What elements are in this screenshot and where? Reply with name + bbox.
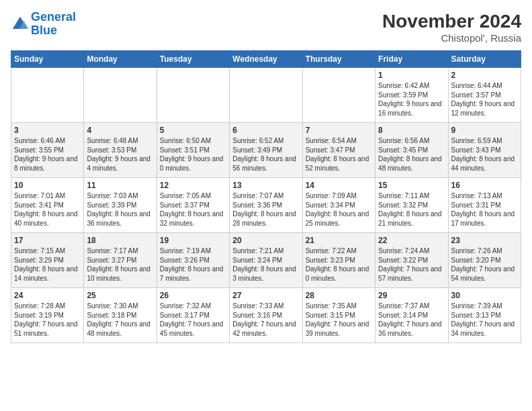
col-saturday: Saturday — [448, 51, 521, 68]
day-number: 10 — [14, 181, 81, 190]
col-friday: Friday — [375, 51, 448, 68]
cell-info: Sunrise: 7:21 AM Sunset: 3:24 PM Dayligh… — [232, 246, 299, 283]
calendar-week-5: 24Sunrise: 7:28 AM Sunset: 3:19 PM Dayli… — [11, 288, 521, 343]
day-number: 4 — [87, 126, 153, 135]
calendar-cell: 5Sunrise: 6:50 AM Sunset: 3:51 PM Daylig… — [157, 123, 229, 178]
col-monday: Monday — [84, 51, 157, 68]
calendar-cell: 14Sunrise: 7:09 AM Sunset: 3:34 PM Dayli… — [302, 178, 375, 233]
day-number: 20 — [232, 236, 299, 245]
cell-info: Sunrise: 6:48 AM Sunset: 3:53 PM Dayligh… — [87, 136, 153, 173]
cell-info: Sunrise: 6:50 AM Sunset: 3:51 PM Dayligh… — [160, 136, 226, 173]
title-block: November 2024 Chistopol', Russia — [382, 11, 521, 44]
calendar-cell: 19Sunrise: 7:19 AM Sunset: 3:26 PM Dayli… — [157, 233, 229, 288]
day-number: 9 — [451, 126, 518, 135]
cell-info: Sunrise: 6:52 AM Sunset: 3:49 PM Dayligh… — [232, 136, 299, 173]
cell-info: Sunrise: 7:22 AM Sunset: 3:23 PM Dayligh… — [306, 246, 372, 283]
cell-info: Sunrise: 7:17 AM Sunset: 3:27 PM Dayligh… — [87, 246, 153, 283]
cell-info: Sunrise: 7:28 AM Sunset: 3:19 PM Dayligh… — [14, 302, 81, 338]
cell-info: Sunrise: 7:39 AM Sunset: 3:13 PM Dayligh… — [451, 302, 518, 338]
day-number: 29 — [378, 291, 445, 300]
location: Chistopol', Russia — [382, 32, 521, 44]
calendar-cell: 8Sunrise: 6:56 AM Sunset: 3:45 PM Daylig… — [375, 123, 448, 178]
day-number: 26 — [160, 291, 226, 300]
day-number: 7 — [306, 126, 372, 135]
calendar-cell: 7Sunrise: 6:54 AM Sunset: 3:47 PM Daylig… — [302, 123, 375, 178]
calendar-cell: 1Sunrise: 6:42 AM Sunset: 3:59 PM Daylig… — [375, 68, 448, 123]
calendar-cell: 13Sunrise: 7:07 AM Sunset: 3:36 PM Dayli… — [230, 178, 302, 233]
day-number: 15 — [378, 181, 445, 190]
day-number: 21 — [306, 236, 372, 245]
col-wednesday: Wednesday — [230, 51, 302, 68]
logo: General Blue — [11, 11, 76, 38]
day-number: 12 — [160, 181, 226, 190]
cell-info: Sunrise: 6:54 AM Sunset: 3:47 PM Dayligh… — [306, 136, 372, 173]
calendar-cell: 29Sunrise: 7:37 AM Sunset: 3:14 PM Dayli… — [375, 288, 448, 343]
calendar-cell — [11, 68, 84, 123]
calendar-week-1: 1Sunrise: 6:42 AM Sunset: 3:59 PM Daylig… — [11, 68, 521, 123]
day-number: 8 — [378, 126, 445, 135]
calendar-cell: 16Sunrise: 7:13 AM Sunset: 3:31 PM Dayli… — [448, 178, 521, 233]
calendar-table: Sunday Monday Tuesday Wednesday Thursday… — [11, 50, 521, 343]
header: General Blue November 2024 Chistopol', R… — [11, 11, 521, 44]
calendar-cell: 3Sunrise: 6:46 AM Sunset: 3:55 PM Daylig… — [11, 123, 84, 178]
calendar-cell: 24Sunrise: 7:28 AM Sunset: 3:19 PM Dayli… — [11, 288, 84, 343]
day-number: 18 — [87, 236, 153, 245]
cell-info: Sunrise: 6:56 AM Sunset: 3:45 PM Dayligh… — [378, 136, 445, 173]
day-number: 23 — [451, 236, 518, 245]
cell-info: Sunrise: 7:19 AM Sunset: 3:26 PM Dayligh… — [160, 246, 226, 283]
calendar-cell: 11Sunrise: 7:03 AM Sunset: 3:39 PM Dayli… — [84, 178, 157, 233]
cell-info: Sunrise: 6:42 AM Sunset: 3:59 PM Dayligh… — [378, 81, 445, 118]
cell-info: Sunrise: 6:46 AM Sunset: 3:55 PM Dayligh… — [14, 136, 81, 173]
cell-info: Sunrise: 7:37 AM Sunset: 3:14 PM Dayligh… — [378, 302, 445, 338]
cell-info: Sunrise: 7:24 AM Sunset: 3:22 PM Dayligh… — [378, 246, 445, 283]
cell-info: Sunrise: 7:13 AM Sunset: 3:31 PM Dayligh… — [451, 191, 518, 228]
logo-text: General Blue — [31, 11, 76, 38]
cell-info: Sunrise: 7:26 AM Sunset: 3:20 PM Dayligh… — [451, 246, 518, 283]
day-number: 13 — [232, 181, 299, 190]
col-sunday: Sunday — [11, 51, 84, 68]
cell-info: Sunrise: 7:01 AM Sunset: 3:41 PM Dayligh… — [14, 191, 81, 228]
day-number: 6 — [232, 126, 299, 135]
calendar-week-4: 17Sunrise: 7:15 AM Sunset: 3:29 PM Dayli… — [11, 233, 521, 288]
calendar-cell: 6Sunrise: 6:52 AM Sunset: 3:49 PM Daylig… — [230, 123, 302, 178]
calendar-cell: 9Sunrise: 6:59 AM Sunset: 3:43 PM Daylig… — [448, 123, 521, 178]
day-number: 27 — [232, 291, 299, 300]
cell-info: Sunrise: 7:07 AM Sunset: 3:36 PM Dayligh… — [232, 191, 299, 228]
day-number: 24 — [14, 291, 81, 300]
calendar-cell: 21Sunrise: 7:22 AM Sunset: 3:23 PM Dayli… — [302, 233, 375, 288]
calendar-cell: 12Sunrise: 7:05 AM Sunset: 3:37 PM Dayli… — [157, 178, 229, 233]
day-number: 19 — [160, 236, 226, 245]
calendar-cell: 22Sunrise: 7:24 AM Sunset: 3:22 PM Dayli… — [375, 233, 448, 288]
day-number: 25 — [87, 291, 153, 300]
cell-info: Sunrise: 7:15 AM Sunset: 3:29 PM Dayligh… — [14, 246, 81, 283]
day-number: 3 — [14, 126, 81, 135]
day-number: 28 — [306, 291, 372, 300]
page: General Blue November 2024 Chistopol', R… — [0, 0, 532, 349]
cell-info: Sunrise: 7:32 AM Sunset: 3:17 PM Dayligh… — [160, 302, 226, 338]
calendar-cell — [302, 68, 375, 123]
calendar-cell: 15Sunrise: 7:11 AM Sunset: 3:32 PM Dayli… — [375, 178, 448, 233]
calendar-cell — [84, 68, 157, 123]
day-number: 5 — [160, 126, 226, 135]
cell-info: Sunrise: 7:05 AM Sunset: 3:37 PM Dayligh… — [160, 191, 226, 228]
calendar-cell: 26Sunrise: 7:32 AM Sunset: 3:17 PM Dayli… — [157, 288, 229, 343]
cell-info: Sunrise: 6:44 AM Sunset: 3:57 PM Dayligh… — [451, 81, 518, 118]
day-number: 30 — [451, 291, 518, 300]
cell-info: Sunrise: 7:33 AM Sunset: 3:16 PM Dayligh… — [232, 302, 299, 338]
day-number: 16 — [451, 181, 518, 190]
day-number: 14 — [306, 181, 372, 190]
calendar-cell: 27Sunrise: 7:33 AM Sunset: 3:16 PM Dayli… — [230, 288, 302, 343]
day-number: 17 — [14, 236, 81, 245]
day-number: 1 — [378, 71, 445, 80]
cell-info: Sunrise: 7:30 AM Sunset: 3:18 PM Dayligh… — [87, 302, 153, 338]
calendar-cell: 4Sunrise: 6:48 AM Sunset: 3:53 PM Daylig… — [84, 123, 157, 178]
calendar-cell: 30Sunrise: 7:39 AM Sunset: 3:13 PM Dayli… — [448, 288, 521, 343]
calendar-cell — [230, 68, 302, 123]
day-number: 22 — [378, 236, 445, 245]
calendar-cell: 23Sunrise: 7:26 AM Sunset: 3:20 PM Dayli… — [448, 233, 521, 288]
cell-info: Sunrise: 6:59 AM Sunset: 3:43 PM Dayligh… — [451, 136, 518, 173]
calendar-cell: 28Sunrise: 7:35 AM Sunset: 3:15 PM Dayli… — [302, 288, 375, 343]
day-number: 11 — [87, 181, 153, 190]
cell-info: Sunrise: 7:35 AM Sunset: 3:15 PM Dayligh… — [306, 302, 372, 338]
header-row: Sunday Monday Tuesday Wednesday Thursday… — [11, 51, 521, 68]
